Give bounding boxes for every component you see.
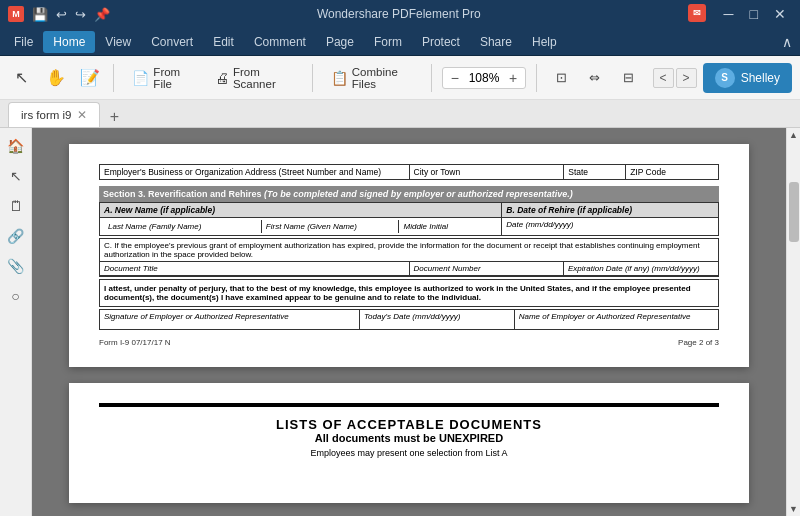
menu-share[interactable]: Share bbox=[470, 31, 522, 53]
form-footer: Form I-9 07/17/17 N Page 2 of 3 bbox=[99, 338, 719, 347]
document-page-2: Employer's Business or Organization Addr… bbox=[69, 144, 749, 367]
menu-view[interactable]: View bbox=[95, 31, 141, 53]
scroll-up-button[interactable]: ▲ bbox=[787, 128, 801, 142]
menu-file[interactable]: File bbox=[4, 31, 43, 53]
sidebar-link-icon[interactable]: 🔗 bbox=[4, 224, 28, 248]
zoom-in-button[interactable]: + bbox=[507, 70, 519, 86]
zoom-control: − 108% + bbox=[442, 67, 526, 89]
toolbar-separator-3 bbox=[431, 64, 432, 92]
hand-tool-button[interactable]: ✋ bbox=[42, 62, 70, 94]
section3-subtitle: (To be completed and signed by employer … bbox=[264, 189, 573, 199]
tab-label: irs form i9 bbox=[21, 109, 71, 121]
toolbar-separator-2 bbox=[312, 64, 313, 92]
toolbar-separator-4 bbox=[536, 64, 537, 92]
middle-initial-label: Middle Initial bbox=[399, 220, 497, 233]
main-area: 🏠 ↖ 🗒 🔗 📎 ○ Employer's Business or Organ… bbox=[0, 128, 800, 516]
document-area[interactable]: Employer's Business or Organization Addr… bbox=[32, 128, 786, 516]
text-tool-button[interactable]: 📝 bbox=[76, 62, 104, 94]
tab-close-button[interactable]: ✕ bbox=[77, 108, 87, 122]
address-col2: City or Town bbox=[409, 165, 564, 180]
maximize-button[interactable]: □ bbox=[744, 4, 764, 24]
scroll-thumb[interactable] bbox=[789, 182, 799, 242]
sidebar-home-icon[interactable]: 🏠 bbox=[4, 134, 28, 158]
app-icon: M bbox=[8, 6, 24, 22]
window-control-undo[interactable]: ↩ bbox=[56, 7, 67, 22]
left-sidebar: 🏠 ↖ 🗒 🔗 📎 ○ bbox=[0, 128, 32, 516]
window-control-pin[interactable]: 📌 bbox=[94, 7, 110, 22]
combine-files-label: Combine Files bbox=[352, 66, 413, 90]
scroll-down-button[interactable]: ▼ bbox=[787, 502, 801, 516]
actual-size-button[interactable]: ⊟ bbox=[615, 62, 643, 94]
prev-page-button[interactable]: < bbox=[653, 68, 674, 88]
window-control-redo[interactable]: ↪ bbox=[75, 7, 86, 22]
section3-c-table: C. If the employee's previous grant of e… bbox=[99, 238, 719, 277]
menu-bar: File Home View Convert Edit Comment Page… bbox=[0, 28, 800, 56]
user-button[interactable]: S Shelley bbox=[703, 63, 792, 93]
lists-header: LISTS OF ACCEPTABLE DOCUMENTS All docume… bbox=[99, 417, 719, 444]
fit-width-button[interactable]: ⇔ bbox=[581, 62, 609, 94]
nav-arrows: < > bbox=[653, 68, 697, 88]
footer-right: Page 2 of 3 bbox=[678, 338, 719, 347]
file-icon: 📄 bbox=[132, 70, 149, 86]
window-control-save[interactable]: 💾 bbox=[32, 7, 48, 22]
menu-form[interactable]: Form bbox=[364, 31, 412, 53]
sidebar-attach-icon[interactable]: 📎 bbox=[4, 254, 28, 278]
scroll-track[interactable] bbox=[787, 142, 801, 502]
from-scanner-label: From Scanner bbox=[233, 66, 294, 90]
todays-date-label: Today's Date (mm/dd/yyyy) bbox=[359, 310, 514, 330]
menu-page[interactable]: Page bbox=[316, 31, 364, 53]
user-name: Shelley bbox=[741, 71, 780, 85]
window-controls[interactable]: ✉ ─ □ ✕ bbox=[688, 4, 792, 24]
footer-left: Form I-9 07/17/17 N bbox=[99, 338, 171, 347]
address-col3: State bbox=[564, 165, 626, 180]
address-col4: ZIP Code bbox=[626, 165, 719, 180]
email-icon[interactable]: ✉ bbox=[688, 4, 706, 22]
sidebar-stamp-icon[interactable]: ○ bbox=[4, 284, 28, 308]
lists-subtext: Employees may present one selection from… bbox=[99, 448, 719, 458]
fit-page-button[interactable]: ⊡ bbox=[547, 62, 575, 94]
last-name-label: Last Name (Family Name) bbox=[104, 220, 261, 233]
sidebar-note-icon[interactable]: 🗒 bbox=[4, 194, 28, 218]
next-page-button[interactable]: > bbox=[676, 68, 697, 88]
menu-home[interactable]: Home bbox=[43, 31, 95, 53]
window-title: Wondershare PDFelement Pro bbox=[110, 7, 688, 21]
menu-help[interactable]: Help bbox=[522, 31, 567, 53]
lists-title: LISTS OF ACCEPTABLE DOCUMENTS bbox=[99, 417, 719, 432]
title-bar: M 💾 ↩ ↪ 📌 Wondershare PDFelement Pro ✉ ─… bbox=[0, 0, 800, 28]
title-bar-left: M 💾 ↩ ↪ 📌 bbox=[8, 6, 110, 22]
new-tab-button[interactable]: + bbox=[104, 107, 124, 127]
combine-files-button[interactable]: 📋 Combine Files bbox=[323, 62, 421, 94]
tab-bar: irs form i9 ✕ + bbox=[0, 100, 800, 128]
minimize-button[interactable]: ─ bbox=[718, 4, 740, 24]
address-col1: Employer's Business or Organization Addr… bbox=[100, 165, 410, 180]
user-avatar: S bbox=[715, 68, 735, 88]
lists-subtitle: All documents must be UNEXPIRED bbox=[99, 432, 719, 444]
from-file-label: From File bbox=[153, 66, 193, 90]
row-b-label: B. Date of Rehire (if applicable) bbox=[502, 203, 719, 218]
section3-title: Section 3. Reverification and Rehires bbox=[103, 189, 262, 199]
zoom-out-button[interactable]: − bbox=[449, 70, 461, 86]
menu-comment[interactable]: Comment bbox=[244, 31, 316, 53]
menu-protect[interactable]: Protect bbox=[412, 31, 470, 53]
sidebar-cursor-icon[interactable]: ↖ bbox=[4, 164, 28, 188]
zoom-level[interactable]: 108% bbox=[465, 71, 503, 85]
from-file-button[interactable]: 📄 From File bbox=[124, 62, 201, 94]
tab-irs-form[interactable]: irs form i9 ✕ bbox=[8, 102, 100, 127]
menu-expand-icon[interactable]: ∧ bbox=[782, 34, 796, 50]
lists-body: Employees may present one selection from… bbox=[99, 448, 719, 458]
section3-ab-table: A. New Name (if applicable) B. Date of R… bbox=[99, 202, 719, 236]
from-scanner-button[interactable]: 🖨 From Scanner bbox=[207, 62, 302, 94]
row-a-label: A. New Name (if applicable) bbox=[100, 203, 502, 218]
close-button[interactable]: ✕ bbox=[768, 4, 792, 24]
date-label: Date (mm/dd/yyyy) bbox=[502, 218, 719, 236]
expiration-label: Expiration Date (if any) (mm/dd/yyyy) bbox=[564, 262, 719, 276]
toolbar-separator-1 bbox=[113, 64, 114, 92]
doc-number-label: Document Number bbox=[409, 262, 564, 276]
menu-convert[interactable]: Convert bbox=[141, 31, 203, 53]
menu-edit[interactable]: Edit bbox=[203, 31, 244, 53]
address-table: Employer's Business or Organization Addr… bbox=[99, 164, 719, 180]
cursor-tool-button[interactable]: ↖ bbox=[8, 62, 36, 94]
toolbar: ↖ ✋ 📝 📄 From File 🖨 From Scanner 📋 Combi… bbox=[0, 56, 800, 100]
right-scrollbar[interactable]: ▲ ▼ bbox=[786, 128, 800, 516]
document-page-3: LISTS OF ACCEPTABLE DOCUMENTS All docume… bbox=[69, 383, 749, 503]
